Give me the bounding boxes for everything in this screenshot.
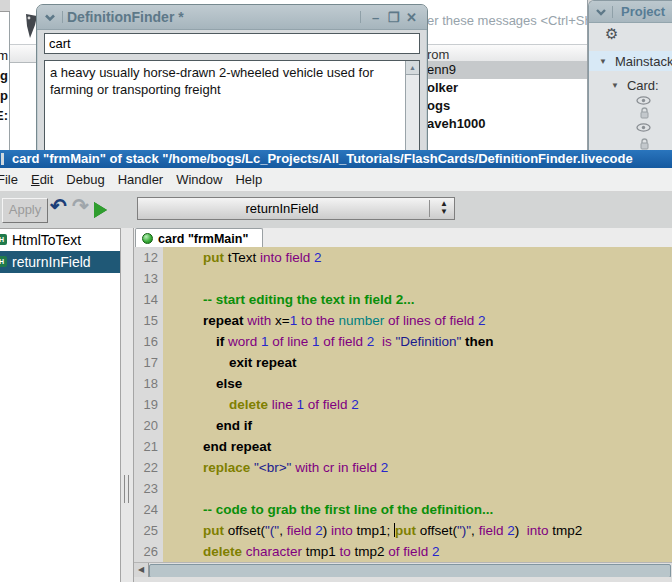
apply-button[interactable]: Apply	[2, 198, 48, 223]
menu-item-debug[interactable]: Debug	[66, 172, 104, 187]
dropdown-spinner-icon[interactable]: ▲ ▼	[440, 200, 448, 216]
code-token: 2	[314, 250, 322, 265]
lock-icon[interactable]	[639, 107, 650, 119]
run-play-icon[interactable]	[94, 202, 107, 218]
code-token: 2	[351, 397, 359, 412]
code-token: then	[465, 334, 494, 349]
code-token: ,	[279, 523, 287, 538]
line-number[interactable]: 25	[134, 520, 163, 541]
chevron-down-icon[interactable]	[43, 13, 57, 22]
expand-triangle-icon[interactable]: ▼	[599, 57, 607, 66]
line-number[interactable]: 22	[134, 457, 163, 478]
code-line[interactable]	[163, 478, 672, 499]
lock-icon[interactable]	[639, 138, 650, 150]
line-number[interactable]: 24	[134, 499, 163, 520]
code-token: put	[203, 250, 228, 265]
code-token: tText	[228, 250, 260, 265]
line-number[interactable]: 26	[134, 541, 163, 562]
line-number[interactable]: 12	[134, 247, 163, 268]
code-token: tmp1	[306, 544, 340, 559]
project-panel: Project ⚙ ▼ Mainstack ▼ Card:	[588, 0, 672, 151]
tree-item-mainstack[interactable]: ▼ Mainstack	[589, 51, 672, 71]
handler-dropdown[interactable]: returnInField ▲ ▼	[137, 197, 455, 220]
code-token: field	[479, 523, 508, 538]
tree-item-card[interactable]: ▼ Card:	[589, 75, 672, 95]
scrollbar-thumb[interactable]	[149, 564, 671, 578]
code-token: number	[338, 313, 388, 328]
code-line[interactable]: put tText into field 2	[163, 247, 672, 268]
menu-item-handler[interactable]: Handler	[118, 172, 164, 187]
green-sphere-icon	[142, 233, 153, 244]
code-line[interactable]: delete character tmp1 to tmp2 of field 2	[163, 541, 672, 562]
line-number[interactable]: 23	[134, 478, 163, 499]
code-line[interactable]: end repeat	[163, 436, 672, 457]
dropdown-separator	[429, 200, 430, 217]
code-line[interactable]: -- code to grab the first line of the de…	[163, 499, 672, 520]
code-line[interactable]: exit repeat	[163, 352, 672, 373]
tab-card-frmmain[interactable]: card "frmMain"	[135, 228, 263, 248]
code-line[interactable]: delete line 1 of field 2	[163, 394, 672, 415]
code-line[interactable]: else	[163, 373, 672, 394]
code-token: 2	[507, 523, 515, 538]
code-line[interactable]: -- start editing the text in field 2...	[163, 289, 672, 310]
redo-icon[interactable]: ↷	[72, 194, 89, 218]
code-line[interactable]: end if	[163, 415, 672, 436]
editor-titlebar[interactable]: card "frmMain" of stack "/home/bogs/Lc_P…	[0, 150, 672, 168]
handler-item-returninfield[interactable]: HreturnInField	[0, 251, 120, 273]
line-number[interactable]: 20	[134, 415, 163, 436]
menu-item-window[interactable]: Window	[176, 172, 222, 187]
line-number[interactable]: 15	[134, 310, 163, 331]
code-line[interactable]: if word 1 of line 1 of field 2 is "Defin…	[163, 331, 672, 352]
code-line[interactable]	[163, 268, 672, 289]
handler-icon: H	[0, 256, 7, 267]
code-token: 2	[315, 523, 323, 538]
pane-splitter[interactable]	[121, 228, 134, 582]
menu-item-file[interactable]: File	[0, 172, 18, 187]
handler-list: HHtmlToTextHreturnInField	[0, 228, 121, 582]
code-line[interactable]: put offset("(", field 2) into tmp1; put …	[163, 520, 672, 541]
project-panel-titlebar[interactable]: Project	[589, 1, 672, 23]
definition-finder-window: DefinitionFinder * – ❐ ✕ a heavy usually…	[36, 4, 428, 152]
menu-item-edit[interactable]: Edit	[31, 172, 53, 187]
code-token: into	[331, 523, 353, 538]
visibility-eye-icon[interactable]	[636, 123, 651, 132]
line-number[interactable]: 17	[134, 352, 163, 373]
line-number[interactable]: 19	[134, 394, 163, 415]
code-token: end if	[216, 418, 252, 433]
search-input[interactable]	[44, 33, 420, 54]
scroll-up-icon[interactable]: ▲	[406, 61, 419, 75]
line-number-gutter: 121314151617181920212223242526	[134, 247, 163, 562]
close-button[interactable]: ✕	[404, 10, 419, 25]
maximize-button[interactable]: ❐	[386, 10, 401, 25]
line-number[interactable]: 14	[134, 289, 163, 310]
gear-icon[interactable]: ⚙	[605, 25, 618, 43]
code-token: 2	[367, 334, 378, 349]
line-number[interactable]: 21	[134, 436, 163, 457]
code-token: else	[216, 376, 242, 391]
expand-triangle-icon[interactable]: ▼	[611, 81, 619, 90]
code-line[interactable]: repeat with x=1 to the number of lines o…	[163, 310, 672, 331]
code-token: )	[323, 523, 331, 538]
undo-icon[interactable]: ↶	[50, 194, 67, 218]
code-token: ")"	[457, 523, 471, 538]
minimize-button[interactable]: –	[368, 10, 383, 25]
menu-item-help[interactable]: Help	[235, 172, 262, 187]
titlebar-separator	[612, 6, 613, 18]
definition-finder-titlebar[interactable]: DefinitionFinder * – ❐ ✕	[37, 5, 427, 30]
line-number[interactable]: 16	[134, 331, 163, 352]
definition-field[interactable]: a heavy usually horse-drawn 2-wheeled ve…	[44, 60, 420, 152]
horizontal-scrollbar[interactable]: ◀	[134, 562, 672, 577]
splitter-grip	[128, 475, 129, 503]
chevron-down-icon[interactable]	[595, 8, 607, 16]
scroll-left-icon[interactable]: ◀	[134, 563, 149, 577]
script-code-field[interactable]: put tText into field 2-- start editing t…	[163, 247, 672, 562]
code-line[interactable]: replace "<br>" with cr in field 2	[163, 457, 672, 478]
line-number[interactable]: 13	[134, 268, 163, 289]
line-number[interactable]: 18	[134, 373, 163, 394]
visibility-eye-icon[interactable]	[636, 96, 651, 105]
scrollbar[interactable]: ▲	[405, 61, 419, 152]
code-token: with	[247, 313, 275, 328]
handler-item-htmltotext[interactable]: HHtmlToText	[0, 229, 120, 251]
code-token: with cr in field	[295, 460, 381, 475]
handler-dropdown-value: returnInField	[138, 198, 426, 219]
